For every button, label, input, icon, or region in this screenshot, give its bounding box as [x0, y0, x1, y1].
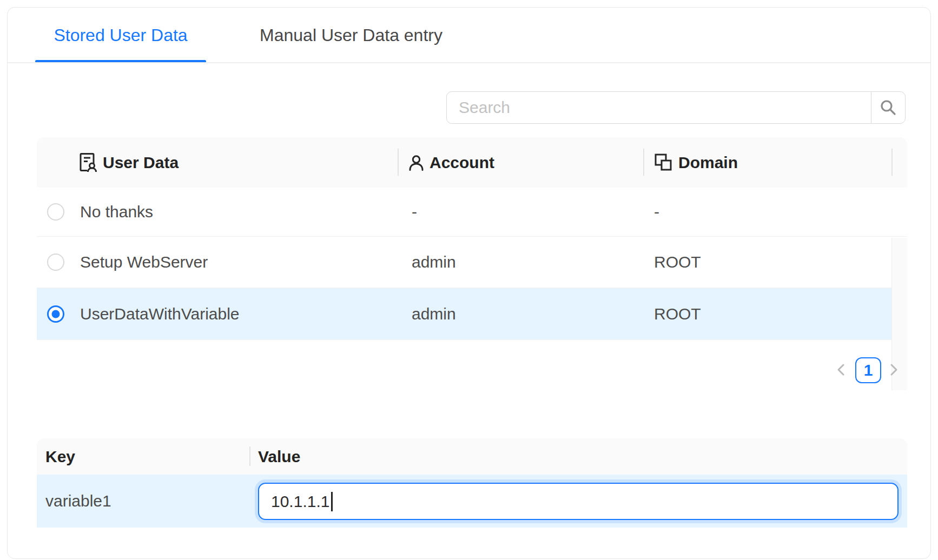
column-header-label: Account: [430, 154, 494, 172]
column-header-key: Key: [45, 448, 75, 466]
cell-user-data: UserDataWithVariable: [80, 305, 240, 323]
variable-key-label: variable1: [45, 492, 111, 510]
column-header-account: Account: [408, 137, 494, 188]
tab-manual-user-data-entry[interactable]: Manual User Data entry: [258, 23, 444, 48]
cell-user-data: No thanks: [80, 203, 153, 221]
pagination-prev-button[interactable]: [833, 362, 849, 378]
tabbar-divider: [8, 62, 930, 63]
column-header-label: Domain: [678, 154, 738, 172]
chevron-right-icon: [888, 363, 900, 377]
pagination-page-1[interactable]: 1: [855, 357, 881, 383]
page: Stored User Data Manual User Data entry: [0, 0, 938, 560]
key-value-table: Key Value variable1 10.1.1.1: [37, 438, 907, 528]
key-value-table-header: Key Value: [37, 438, 907, 475]
header-separator: [891, 149, 893, 176]
cell-account: -: [412, 203, 417, 221]
user-data-table: User Data Account Domain: [37, 137, 907, 340]
cell-account: admin: [412, 305, 456, 323]
tab-stored-user-data[interactable]: Stored User Data: [35, 23, 206, 48]
search-box: [446, 91, 906, 124]
column-header-value: Value: [258, 448, 300, 466]
table-row-setup-webserver[interactable]: Setup WebServer admin ROOT: [37, 237, 907, 288]
user-data-table-header: User Data Account Domain: [37, 137, 907, 188]
solution-icon: [79, 152, 97, 172]
table-row-no-thanks[interactable]: No thanks - -: [37, 188, 907, 237]
cell-account: admin: [412, 253, 456, 271]
panel-card: Stored User Data Manual User Data entry: [7, 7, 931, 559]
key-value-row: variable1 10.1.1.1: [37, 475, 907, 528]
user-data-table-body: No thanks - - Setup WebServer admin ROOT…: [37, 188, 907, 340]
search-icon: [879, 98, 897, 117]
cell-domain: ROOT: [654, 253, 701, 271]
header-separator: [249, 446, 250, 466]
search-button[interactable]: [871, 91, 906, 124]
row-radio-checked[interactable]: [47, 305, 64, 323]
user-icon: [408, 154, 425, 171]
chevron-left-icon: [835, 363, 847, 377]
variable-value-input[interactable]: 10.1.1.1: [258, 483, 899, 520]
column-header-user-data: User Data: [79, 137, 179, 188]
row-radio-unchecked[interactable]: [47, 254, 64, 271]
text-cursor: [331, 492, 333, 511]
pagination-next-button[interactable]: [886, 362, 902, 378]
cell-domain: ROOT: [654, 305, 701, 323]
cell-domain: -: [654, 203, 659, 221]
table-row-userdatawithvariable[interactable]: UserDataWithVariable admin ROOT: [37, 288, 907, 340]
cell-user-data: Setup WebServer: [80, 253, 208, 271]
block-icon: [654, 153, 673, 172]
row-radio-unchecked[interactable]: [47, 203, 64, 221]
search-input[interactable]: [446, 91, 871, 124]
column-header-label: User Data: [103, 154, 179, 172]
column-header-domain: Domain: [654, 137, 738, 188]
header-separator: [398, 149, 399, 176]
header-separator: [643, 149, 644, 176]
variable-value-text: 10.1.1.1: [271, 492, 329, 511]
